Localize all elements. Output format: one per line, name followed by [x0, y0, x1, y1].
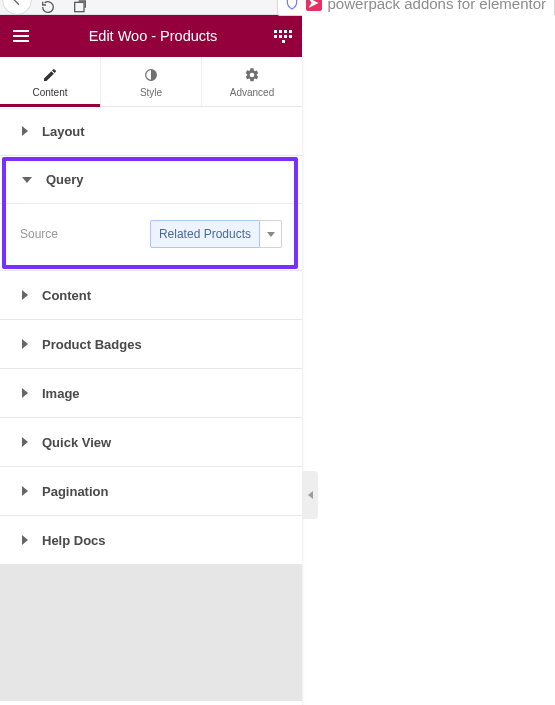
editor-header: Edit Woo - Products — [0, 15, 302, 57]
widgets-button[interactable] — [274, 27, 292, 45]
editor-title: Edit Woo - Products — [32, 28, 274, 44]
section-title: Layout — [42, 124, 85, 139]
section-pagination: Pagination — [0, 467, 302, 516]
caret-right-icon — [22, 290, 28, 300]
shield-icon — [284, 0, 300, 11]
section-toggle-quick-view[interactable]: Quick View — [0, 418, 302, 466]
reload-icon — [40, 0, 56, 15]
caret-right-icon — [22, 388, 28, 398]
address-bar[interactable]: powerpack addons for elementor — [277, 0, 555, 16]
section-title: Help Docs — [42, 533, 106, 548]
caret-right-icon — [22, 437, 28, 447]
canvas-area[interactable] — [302, 15, 555, 705]
section-title: Query — [46, 172, 84, 187]
caret-down-icon — [22, 177, 32, 183]
source-select[interactable]: Related Products — [150, 220, 282, 248]
section-title: Pagination — [42, 484, 108, 499]
back-icon — [9, 0, 25, 8]
hamburger-icon — [13, 30, 29, 32]
section-image: Image — [0, 369, 302, 418]
source-label: Source — [20, 227, 58, 241]
tab-label: Advanced — [230, 87, 274, 98]
half-circle-icon — [143, 67, 159, 83]
menu-button[interactable] — [10, 25, 32, 47]
controls-panel: Layout Query Source Related Products Con… — [0, 107, 302, 701]
section-product-badges: Product Badges — [0, 320, 302, 369]
query-body: Source Related Products — [0, 204, 302, 270]
caret-right-icon — [22, 126, 28, 136]
section-toggle-pagination[interactable]: Pagination — [0, 467, 302, 515]
gear-icon — [244, 67, 260, 83]
newtab-icon — [72, 0, 88, 15]
section-title: Product Badges — [42, 337, 142, 352]
pencil-icon — [42, 67, 58, 83]
section-toggle-query[interactable]: Query — [0, 156, 302, 204]
section-title: Content — [42, 288, 91, 303]
tab-label: Style — [140, 87, 162, 98]
caret-right-icon — [22, 486, 28, 496]
nav-reload-button[interactable] — [40, 0, 56, 15]
panel-shadow — [302, 57, 305, 705]
browser-toolbar: powerpack addons for elementor — [0, 0, 555, 15]
section-toggle-help-docs[interactable]: Help Docs — [0, 516, 302, 564]
tab-label: Content — [32, 87, 67, 98]
nav-newtab-button[interactable] — [72, 0, 88, 15]
section-toggle-content[interactable]: Content — [0, 271, 302, 319]
section-quick-view: Quick View — [0, 418, 302, 467]
section-query: Query Source Related Products — [0, 156, 302, 271]
section-toggle-image[interactable]: Image — [0, 369, 302, 417]
editor-tabs: Content Style Advanced — [0, 57, 302, 107]
section-toggle-product-badges[interactable]: Product Badges — [0, 320, 302, 368]
apps-icon — [274, 30, 277, 33]
panel-collapse-handle[interactable] — [302, 471, 318, 519]
chevron-down-icon — [260, 220, 282, 248]
tab-content[interactable]: Content — [0, 57, 100, 106]
caret-right-icon — [22, 535, 28, 545]
section-content: Content — [0, 271, 302, 320]
svg-rect-0 — [75, 2, 84, 11]
section-layout: Layout — [0, 107, 302, 156]
tab-style[interactable]: Style — [100, 57, 201, 106]
address-text: powerpack addons for elementor — [328, 0, 546, 12]
section-title: Image — [42, 386, 80, 401]
site-favicon — [306, 0, 322, 11]
section-title: Quick View — [42, 435, 111, 450]
section-help-docs: Help Docs — [0, 516, 302, 565]
tab-advanced[interactable]: Advanced — [201, 57, 302, 106]
section-toggle-layout[interactable]: Layout — [0, 107, 302, 155]
source-select-value: Related Products — [150, 220, 260, 248]
caret-right-icon — [22, 339, 28, 349]
